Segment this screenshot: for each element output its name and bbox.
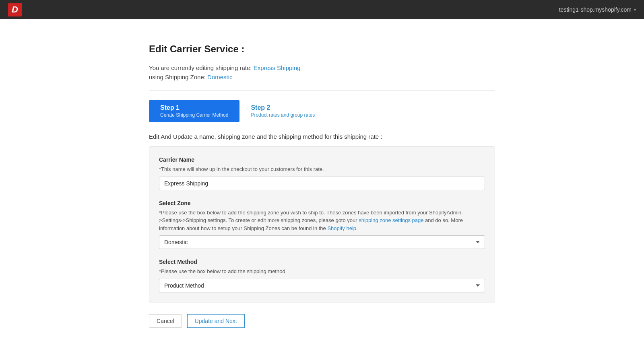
chevron-down-icon: ▾	[634, 8, 636, 12]
editing-zone-prefix: using Shipping Zone:	[149, 74, 206, 80]
editing-label-prefix: You are currently editing shipping rate:	[149, 64, 252, 71]
select-method-dropdown[interactable]: Product Method Weight Method Price Metho…	[159, 279, 485, 292]
step-1-sublabel: Cerate Shipping Carrier Method	[160, 112, 228, 118]
select-method-hint: *Please use the box below to add the shi…	[159, 267, 485, 276]
main-content: Edit Carrier Service : You are currently…	[141, 19, 503, 344]
select-zone-label: Select Zone	[159, 200, 485, 206]
page-title: Edit Carrier Service :	[149, 43, 495, 55]
select-zone-dropdown[interactable]: Domestic International USA Canada	[159, 235, 485, 249]
carrier-name-label: Carrier Name	[159, 156, 485, 163]
cancel-button[interactable]: Cancel	[149, 314, 182, 328]
form-section-description: Edit And Update a name, shipping zone an…	[149, 133, 495, 140]
select-method-section: Select Method *Please use the box below …	[159, 259, 485, 292]
editing-zone-info: using Shipping Zone: Domestic	[149, 74, 495, 80]
logo-box: D	[8, 3, 22, 16]
app-header: D testing1-shop.myshopify.com ▾	[0, 0, 644, 19]
editing-zone-link[interactable]: Domestic	[207, 74, 233, 80]
logo-letter: D	[12, 5, 18, 14]
editing-rate-link[interactable]: Express Shipping	[254, 64, 301, 71]
step-2-label: Step 2	[251, 104, 315, 111]
form-buttons: Cancel Update and Next	[149, 314, 495, 328]
carrier-name-hint: *This name will show up in the checkout …	[159, 165, 485, 173]
step-1-tab[interactable]: Step 1 Cerate Shipping Carrier Method	[149, 100, 239, 122]
form-card: Carrier Name *This name will show up in …	[149, 146, 495, 302]
shop-name: testing1-shop.myshopify.com	[559, 6, 632, 13]
step-2-tab[interactable]: Step 2 Product rates and group rates	[239, 100, 326, 122]
carrier-name-section: Carrier Name *This name will show up in …	[159, 156, 485, 190]
carrier-name-input[interactable]	[159, 177, 485, 190]
shop-selector[interactable]: testing1-shop.myshopify.com ▾	[559, 6, 636, 13]
app-logo: D	[8, 3, 22, 16]
step-2-sublabel: Product rates and group rates	[251, 112, 315, 118]
update-next-button[interactable]: Update and Next	[187, 314, 245, 328]
select-method-label: Select Method	[159, 259, 485, 265]
steps-container: Step 1 Cerate Shipping Carrier Method St…	[149, 100, 495, 122]
editing-rate-info: You are currently editing shipping rate:…	[149, 64, 495, 71]
section-divider	[149, 90, 495, 90]
select-zone-hint: *Please use the box below to add the shi…	[159, 209, 485, 232]
select-zone-section: Select Zone *Please use the box below to…	[159, 200, 485, 249]
zone-settings-link[interactable]: shipping zone settings page	[359, 217, 423, 223]
shopify-help-link[interactable]: Shopify help.	[327, 225, 357, 231]
step-1-label: Step 1	[160, 104, 228, 111]
